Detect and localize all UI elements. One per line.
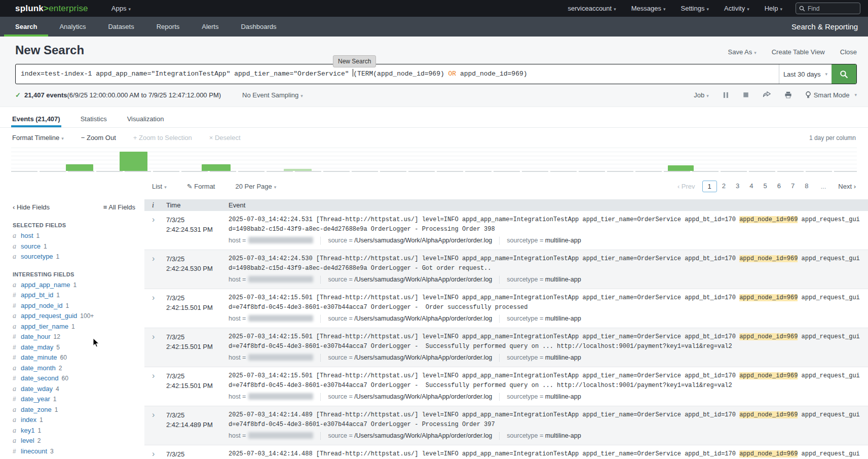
expand-event-chevron-icon[interactable]: › [144,293,166,323]
source-field[interactable]: source = /Users/samudasg/Work/AlphaApp/o… [320,276,499,284]
find-box[interactable] [796,3,860,14]
splunk-logo[interactable]: splunk>enterprise [15,4,88,14]
event-sampling-menu[interactable]: No Event Sampling▾ [242,91,303,99]
expand-event-chevron-icon[interactable]: › [144,254,166,284]
find-input[interactable] [808,5,853,12]
field-item[interactable]: aappd_tier_name1 [13,322,135,332]
field-item[interactable]: adate_wday4 [13,384,135,395]
app-nav-item[interactable]: Search [4,17,48,37]
list-view-menu[interactable]: List▾ [152,183,167,190]
field-item[interactable]: #date_minute60 [13,352,135,363]
sourcetype-field[interactable]: sourcetype = multiline-app [499,276,588,284]
field-item[interactable]: aappd_app_name1 [13,280,135,291]
page-number-button[interactable]: 4 [744,181,758,192]
host-field[interactable]: host = [229,276,320,284]
timeline-bar[interactable] [120,152,147,171]
timeline-bar[interactable] [284,169,312,171]
share-icon[interactable] [763,91,771,98]
expand-event-chevron-icon[interactable]: › [144,410,166,440]
host-field[interactable]: host = [229,315,320,323]
field-item[interactable]: asource1 [13,241,135,252]
close-button[interactable]: Close [840,48,857,56]
all-fields-button[interactable]: ≡ All Fields [103,203,135,211]
results-tab[interactable]: Events (21,407) [11,111,61,127]
event-raw-text[interactable]: 2025-07-03_14:42:14.488 [Thread-http://h… [229,449,860,459]
host-field[interactable]: host = [229,432,320,440]
app-nav-item[interactable]: Datasets [97,17,145,37]
event-raw-text[interactable]: 2025-07-03_14:42:15.501 [Thread-http://h… [229,332,860,351]
save-as-button[interactable]: Save As▾ [728,48,756,56]
field-item[interactable]: alevel2 [13,436,135,446]
source-field[interactable]: source = /Users/samudasg/Work/AlphaApp/o… [320,237,499,244]
field-item[interactable]: #date_second60 [13,373,135,384]
results-tab[interactable]: Visualization [126,111,165,127]
app-nav-item[interactable]: Reports [145,17,191,37]
per-page-menu[interactable]: 20 Per Page▾ [235,183,276,190]
sourcetype-field[interactable]: sourcetype = multiline-app [499,315,588,323]
field-item[interactable]: #date_mday5 [13,342,135,353]
create-table-view-button[interactable]: Create Table View [772,48,825,56]
top-menu-item[interactable]: Messages▾ [631,5,666,12]
print-icon[interactable] [784,91,792,98]
expand-event-chevron-icon[interactable]: › [144,449,166,459]
format-menu[interactable]: ✎ Format [187,183,215,190]
field-item[interactable]: aappd_request_guid100+ [13,311,135,322]
page-number-button[interactable]: 7 [786,181,800,192]
host-field[interactable]: host = [229,393,320,401]
page-number-button[interactable]: 3 [731,181,744,192]
app-nav-item[interactable]: Alerts [191,17,230,37]
job-menu[interactable]: Job▾ [694,91,709,99]
results-tab[interactable]: Statistics [80,111,108,127]
source-field[interactable]: source = /Users/samudasg/Work/AlphaApp/o… [320,354,499,362]
field-item[interactable]: #appd_node_id1 [13,301,135,311]
top-menu-item[interactable]: Settings▾ [681,5,709,12]
stop-icon[interactable] [743,92,749,98]
timeline-bar[interactable] [668,165,694,171]
event-raw-text[interactable]: 2025-07-03_14:42:15.501 [Thread-http://h… [229,371,860,391]
event-raw-text[interactable]: 2025-07-03_14:42:24.531 [Thread-http://h… [229,215,860,234]
format-timeline-menu[interactable]: Format Timeline▾ [12,134,64,142]
sourcetype-field[interactable]: sourcetype = multiline-app [499,393,588,401]
source-field[interactable]: source = /Users/samudasg/Work/AlphaApp/o… [320,432,499,440]
field-item[interactable]: asourcetype1 [13,252,135,262]
time-range-picker[interactable]: Last 30 days▾ [779,64,832,84]
field-item[interactable]: akey11 [13,426,135,436]
sourcetype-field[interactable]: sourcetype = multiline-app [499,237,588,244]
app-nav-item[interactable]: Dashboards [230,17,287,37]
page-number-button[interactable]: 1 [702,181,717,192]
hide-fields-button[interactable]: ‹ Hide Fields [13,203,50,211]
field-item[interactable]: adate_month2 [13,363,135,374]
top-menu-item[interactable]: serviceaccount▾ [568,5,616,12]
apps-menu[interactable]: Apps▾ [111,5,131,12]
field-item[interactable]: adate_zone1 [13,405,135,415]
search-query-input[interactable]: index=test-index-1 appd_app_name="Integr… [16,64,779,84]
timeline-bar[interactable] [66,164,93,171]
field-item[interactable]: #appd_bt_id1 [13,290,135,301]
expand-event-chevron-icon[interactable]: › [144,215,166,244]
page-number-button[interactable]: 8 [800,181,813,192]
app-nav-item[interactable]: Analytics [48,17,97,37]
page-number-button[interactable]: 6 [772,181,786,192]
search-mode-menu[interactable]: Smart Mode▾ [806,91,857,99]
page-number-button[interactable]: 2 [717,181,731,192]
event-timeline-chart[interactable] [11,148,857,172]
expand-event-chevron-icon[interactable]: › [144,371,166,401]
field-item[interactable]: ahost1 [13,231,135,241]
sourcetype-field[interactable]: sourcetype = multiline-app [499,354,588,362]
field-item[interactable]: #linecount3 [13,446,135,457]
timeline-bar[interactable] [202,164,231,171]
host-field[interactable]: host = [229,237,320,244]
top-menu-item[interactable]: Help▾ [765,5,782,12]
pause-icon[interactable] [723,92,729,98]
next-page-button[interactable]: Next › [838,183,856,190]
field-item[interactable]: #date_hour12 [13,332,135,342]
source-field[interactable]: source = /Users/samudasg/Work/AlphaApp/o… [320,393,499,401]
page-number-button[interactable]: 5 [759,181,772,192]
field-item[interactable]: #date_year1 [13,394,135,405]
expand-event-chevron-icon[interactable]: › [144,332,166,362]
event-raw-text[interactable]: 2025-07-03_14:42:14.489 [Thread-http://h… [229,410,860,430]
event-raw-text[interactable]: 2025-07-03_14:42:24.530 [Thread-http://h… [229,254,860,273]
field-item[interactable]: aindex1 [13,415,135,426]
source-field[interactable]: source = /Users/samudasg/Work/AlphaApp/o… [320,315,499,323]
zoom-out-button[interactable]: − Zoom Out [81,134,116,142]
